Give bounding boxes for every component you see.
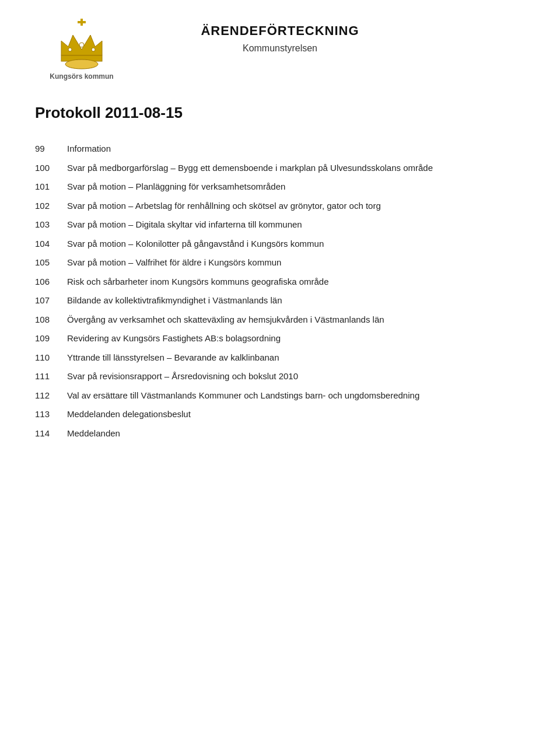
agenda-table: 99Information100Svar på medborgarförslag… (35, 139, 525, 443)
item-number: 103 (35, 215, 67, 235)
item-number: 114 (35, 424, 67, 443)
svg-point-7 (65, 60, 98, 69)
svg-point-5 (68, 48, 72, 51)
item-number: 99 (35, 139, 67, 159)
list-item: 103Svar på motion – Digitala skyltar vid… (35, 215, 525, 235)
item-text: Information (67, 139, 525, 159)
item-number: 100 (35, 159, 67, 178)
item-text: Svar på motion – Kolonilotter på gångavs… (67, 235, 525, 254)
list-item: 99Information (35, 139, 525, 159)
list-item: 109Revidering av Kungsörs Fastighets AB:… (35, 329, 525, 348)
item-number: 102 (35, 197, 67, 216)
item-number: 113 (35, 405, 67, 424)
logo-area: Kungsörs kommun (35, 18, 128, 81)
item-number: 110 (35, 348, 67, 368)
list-item: 111Svar på revisionsrapport – Årsredovis… (35, 367, 525, 386)
item-text: Val av ersättare till Västmanlands Kommu… (67, 386, 525, 406)
item-text: Risk och sårbarheter inom Kungsörs kommu… (67, 272, 525, 292)
item-number: 111 (35, 367, 67, 386)
svg-point-4 (79, 43, 84, 47)
list-item: 105Svar på motion – Valfrihet för äldre … (35, 253, 525, 272)
item-number: 108 (35, 310, 67, 330)
list-item: 110Yttrande till länsstyrelsen – Bevaran… (35, 348, 525, 368)
item-text: Svar på motion – Arbetslag för renhållni… (67, 197, 525, 216)
subtitle: Kommunstyrelsen (128, 43, 432, 54)
list-item: 102Svar på motion – Arbetslag för renhål… (35, 197, 525, 216)
svg-rect-1 (78, 21, 86, 23)
list-item: 114Meddelanden (35, 424, 525, 443)
item-number: 106 (35, 272, 67, 292)
item-text: Svar på motion – Valfrihet för äldre i K… (67, 253, 525, 272)
svg-point-6 (92, 48, 95, 51)
item-text: Yttrande till länsstyrelsen – Bevarande … (67, 348, 525, 368)
item-text: Revidering av Kungsörs Fastighets AB:s b… (67, 329, 525, 348)
list-item: 100Svar på medborgarförslag – Bygg ett d… (35, 159, 525, 178)
item-number: 104 (35, 235, 67, 254)
main-title: ÄRENDEFÖRTECKNING (128, 23, 432, 39)
item-text: Övergång av verksamhet och skatteväxling… (67, 310, 525, 330)
list-item: 108Övergång av verksamhet och skatteväxl… (35, 310, 525, 330)
item-text: Bildande av kollektivtrafikmyndighet i V… (67, 291, 525, 310)
item-text: Svar på revisionsrapport – Årsredovisnin… (67, 367, 525, 386)
item-number: 112 (35, 386, 67, 406)
protocol-heading: Protokoll 2011-08-15 (35, 104, 525, 122)
list-item: 104Svar på motion – Kolonilotter på gång… (35, 235, 525, 254)
item-text: Meddelanden (67, 424, 525, 443)
logo-text: Kungsörs kommun (50, 72, 113, 81)
title-area: ÄRENDEFÖRTECKNING Kommunstyrelsen (128, 18, 432, 54)
item-text: Svar på medborgarförslag – Bygg ett deme… (67, 159, 525, 178)
item-number: 107 (35, 291, 67, 310)
list-item: 112Val av ersättare till Västmanlands Ko… (35, 386, 525, 406)
item-number: 105 (35, 253, 67, 272)
item-number: 109 (35, 329, 67, 348)
page-header: Kungsörs kommun ÄRENDEFÖRTECKNING Kommun… (35, 18, 525, 81)
list-item: 101Svar på motion – Planläggning för ver… (35, 177, 525, 197)
logo-icon (55, 18, 108, 70)
item-text: Svar på motion – Digitala skyltar vid in… (67, 215, 525, 235)
list-item: 113Meddelanden delegationsbeslut (35, 405, 525, 424)
item-number: 101 (35, 177, 67, 197)
list-item: 107Bildande av kollektivtrafikmyndighet … (35, 291, 525, 310)
item-text: Svar på motion – Planläggning för verksa… (67, 177, 525, 197)
item-text: Meddelanden delegationsbeslut (67, 405, 525, 424)
list-item: 106Risk och sårbarheter inom Kungsörs ko… (35, 272, 525, 292)
